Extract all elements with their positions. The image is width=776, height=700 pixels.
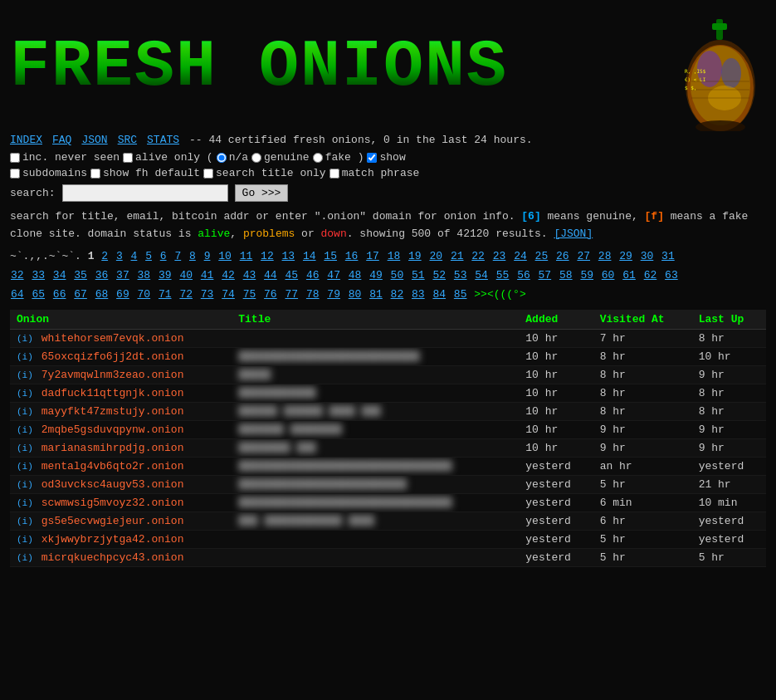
page-61[interactable]: 61 [622,269,636,281]
onion-address-link[interactable]: xkjwwybrzjytga42.onion [41,533,184,546]
onion-address-link[interactable]: 7y2avmqwlnm3zeao.onion [41,369,184,381]
page-19[interactable]: 19 [408,250,422,262]
onion-address-link[interactable]: marianasmihrpdjg.onion [41,442,184,454]
page-15[interactable]: 15 [324,250,337,262]
page-22[interactable]: 22 [471,250,485,262]
show-checkbox[interactable] [367,153,377,163]
page-44[interactable]: 44 [264,269,277,281]
page-54[interactable]: 54 [475,269,488,281]
page-49[interactable]: 49 [369,269,383,281]
page-83[interactable]: 83 [412,288,425,301]
nav-faq[interactable]: FAQ [52,134,71,146]
page-7[interactable]: 7 [174,250,181,262]
nav-stats[interactable]: STATS [147,134,179,146]
page-48[interactable]: 48 [349,269,362,281]
match-phrase-checkbox[interactable] [329,169,339,179]
nav-index[interactable]: INDEX [10,134,42,146]
row-info-link[interactable]: (i) [17,462,33,472]
page-85[interactable]: 85 [454,288,467,301]
page-41[interactable]: 41 [201,269,214,281]
page-34[interactable]: 34 [53,269,66,281]
page-68[interactable]: 68 [95,288,109,301]
onion-address-link[interactable]: scwmwsig5mvoyz32.onion [41,497,184,509]
opt-subdomains[interactable]: subdomains [10,167,87,179]
page-52[interactable]: 52 [432,269,446,281]
radio-genuine[interactable] [251,153,261,163]
page-40[interactable]: 40 [179,269,193,281]
radio-fake[interactable] [313,153,323,163]
page-14[interactable]: 14 [303,250,316,262]
page-70[interactable]: 70 [138,288,151,301]
row-info-link[interactable]: (i) [17,480,33,490]
page-9[interactable]: 9 [204,250,211,262]
opt-alive-only[interactable]: alive only ( [123,151,213,164]
inc-never-seen-checkbox[interactable] [10,153,20,163]
page-78[interactable]: 78 [306,288,320,301]
onion-address-link[interactable]: mentalg4vb6qto2r.onion [41,460,184,472]
row-info-link[interactable]: (i) [17,334,33,344]
page-4[interactable]: 4 [131,250,138,262]
page-38[interactable]: 38 [138,269,151,281]
search-input[interactable] [62,184,228,202]
page-25[interactable]: 25 [535,250,549,262]
page-39[interactable]: 39 [159,269,172,281]
page-28[interactable]: 28 [598,250,612,262]
page-75[interactable]: 75 [243,288,256,301]
subdomains-checkbox[interactable] [10,169,20,179]
page-66[interactable]: 66 [53,288,66,301]
page-2[interactable]: 2 [101,250,108,262]
nav-src[interactable]: SRC [118,134,137,146]
page-73[interactable]: 73 [201,288,214,301]
page-37[interactable]: 37 [116,269,129,281]
page-42[interactable]: 42 [222,269,235,281]
page-18[interactable]: 18 [388,250,401,262]
page-24[interactable]: 24 [514,250,527,262]
page-17[interactable]: 17 [366,250,379,262]
page-80[interactable]: 80 [349,288,362,301]
page-46[interactable]: 46 [306,269,320,281]
page-47[interactable]: 47 [327,269,340,281]
row-info-link[interactable]: (i) [17,443,33,453]
page-72[interactable]: 72 [179,288,193,301]
page-23[interactable]: 23 [493,250,506,262]
onion-address-link[interactable]: whitehorsem7evqk.onion [41,332,184,345]
search-title-checkbox[interactable] [203,169,213,179]
opt-radio-fake[interactable]: fake ) [313,151,364,164]
opt-match-phrase[interactable]: match phrase [329,167,420,179]
onion-address-link[interactable]: micrqkuechpcyc43.onion [41,551,184,564]
onion-address-link[interactable]: gs5e5ecvwgiejeur.onion [41,515,184,527]
page-33[interactable]: 33 [32,269,45,281]
page-21[interactable]: 21 [451,250,464,262]
page-57[interactable]: 57 [539,269,552,281]
alive-only-checkbox[interactable] [123,153,133,163]
page-30[interactable]: 30 [641,250,654,262]
page-8[interactable]: 8 [189,250,196,262]
page-65[interactable]: 65 [32,288,45,301]
row-info-link[interactable]: (i) [17,407,33,417]
onion-address-link[interactable]: od3uvcksc4augv53.onion [41,478,184,491]
page-56[interactable]: 56 [517,269,530,281]
row-info-link[interactable]: (i) [17,352,33,362]
page-84[interactable]: 84 [432,288,446,301]
page-79[interactable]: 79 [327,288,340,301]
radio-na[interactable] [217,153,227,163]
row-info-link[interactable]: (i) [17,516,33,526]
page-29[interactable]: 29 [619,250,632,262]
onion-address-link[interactable]: mayyfkt47zmstujy.onion [41,405,184,418]
page-51[interactable]: 51 [412,269,425,281]
page-74[interactable]: 74 [222,288,235,301]
opt-inc-never-seen[interactable]: inc. never seen [10,151,120,164]
page-3[interactable]: 3 [116,250,123,262]
page-67[interactable]: 67 [74,288,87,301]
onion-address-link[interactable]: dadfuck11qttgnjk.onion [41,387,184,399]
row-info-link[interactable]: (i) [17,535,33,545]
page-71[interactable]: 71 [159,288,172,301]
row-info-link[interactable]: (i) [17,370,33,380]
page-36[interactable]: 36 [95,269,109,281]
page-76[interactable]: 76 [264,288,277,301]
page-59[interactable]: 59 [580,269,593,281]
page-77[interactable]: 77 [285,288,298,301]
page-82[interactable]: 82 [391,288,404,301]
page-26[interactable]: 26 [556,250,569,262]
page-16[interactable]: 16 [345,250,359,262]
